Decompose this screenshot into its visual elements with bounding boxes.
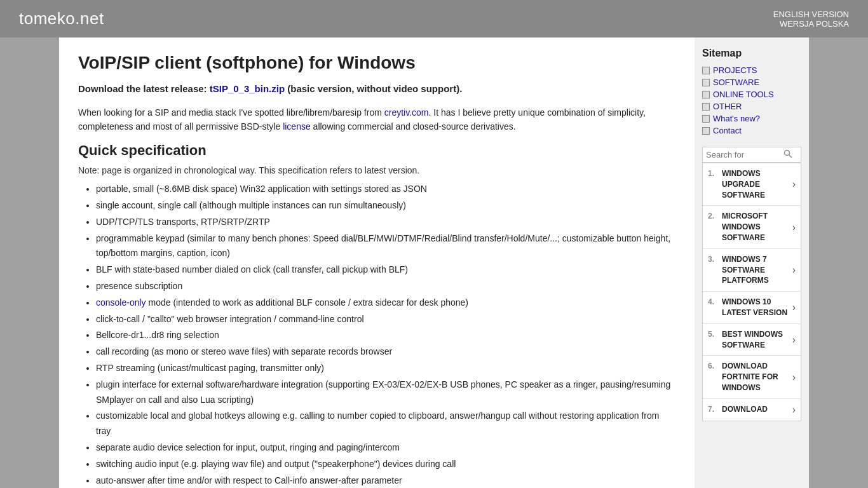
svg-point-0 (785, 151, 790, 156)
intro-text: When looking for a SIP and media stack I… (78, 105, 675, 134)
spec-list-item: separate audio device selection for inpu… (96, 440, 675, 456)
search-input[interactable] (706, 150, 782, 159)
sitemap-item-link[interactable]: What's new? (713, 114, 760, 123)
ad-item-number: 3. (708, 254, 719, 286)
spec-list-item: presence subscription (96, 279, 675, 294)
ad-item-text: MICROSOFT WINDOWS SOFTWARE (722, 211, 790, 243)
site-header: tomeko.net ENGLISH VERSION WERSJA POLSKA (0, 0, 868, 37)
sitemap-item-icon (702, 103, 710, 111)
ad-item-text: DOWNLOAD FORTNITE FOR WINDOWS (722, 361, 790, 393)
spec-note: Note: page is organized in chronological… (78, 165, 675, 175)
ad-item-arrow-icon: › (792, 297, 796, 318)
ad-item-number: 2. (708, 211, 719, 243)
intro-part1: When looking for a SIP and media stack I… (78, 107, 384, 118)
ad-item-number: 4. (708, 297, 719, 318)
ad-item-number: 7. (708, 404, 719, 416)
sitemap-item: SOFTWARE (702, 78, 801, 87)
sitemap-item-icon (702, 127, 710, 135)
sitemap-item-link[interactable]: Contact (713, 126, 742, 135)
ad-item-text: WINDOWS UPGRADE SOFTWARE (722, 168, 790, 200)
spec-list-item: portable, small (~8.6MB disk space) Win3… (96, 182, 675, 197)
sitemap-item-icon (702, 67, 710, 74)
svg-line-1 (789, 155, 792, 158)
spec-list-item: RTP streaming (unicast/multicast paging,… (96, 361, 675, 376)
ad-item-text: DOWNLOAD (722, 404, 790, 416)
download-suffix: (basic version, without video support). (285, 83, 462, 94)
sitemap-item-link[interactable]: SOFTWARE (713, 78, 759, 87)
spec-list-item: BLF with state-based number dialed on cl… (96, 262, 675, 278)
ad-result-item[interactable]: 7.DOWNLOAD› (703, 399, 801, 421)
sitemap-item-icon (702, 115, 710, 123)
ad-result-item[interactable]: 3.WINDOWS 7 SOFTWARE PLATFORMS› (703, 249, 801, 292)
sitemap-list: PROJECTSSOFTWAREONLINE TOOLSOTHERWhat's … (702, 65, 801, 135)
console-only-link[interactable]: console-only (96, 297, 146, 308)
download-link[interactable]: tSIP_0_3_bin.zip (210, 83, 285, 94)
spec-list-item: Bellcore-dr1...dr8 ring selection (96, 328, 675, 343)
spec-list-item: click-to-call / "callto" web browser int… (96, 312, 675, 327)
sitemap-item: Contact (702, 126, 801, 135)
ad-item-text: WINDOWS 10 LATEST VERSION (722, 297, 790, 318)
ad-item-arrow-icon: › (792, 329, 796, 351)
sitemap-item: OTHER (702, 102, 801, 111)
search-button[interactable] (783, 149, 792, 160)
ad-item-arrow-icon: › (792, 254, 796, 286)
spec-list-item: programmable keypad (similar to many ben… (96, 231, 675, 262)
spec-list-item: single account, single call (although mu… (96, 198, 675, 214)
spec-list-item: customizable local and global hotkeys al… (96, 409, 675, 439)
ad-item-arrow-icon: › (792, 361, 796, 393)
spec-list-item: auto-answer after time and/or with respe… (96, 473, 675, 488)
ad-result-item[interactable]: 5.BEST WINDOWS SOFTWARE› (703, 324, 801, 356)
search-box (702, 147, 801, 163)
sitemap-heading: Sitemap (702, 48, 801, 59)
ad-results: 1.WINDOWS UPGRADE SOFTWARE›2.MICROSOFT W… (702, 163, 801, 421)
license-link[interactable]: license (283, 121, 311, 132)
sitemap-item: ONLINE TOOLS (702, 90, 801, 99)
page-title: VoIP/SIP client (softphone) for Windows (78, 53, 675, 73)
ad-item-arrow-icon: › (792, 211, 796, 243)
spec-list-item: switching audio input (e.g. playing wav … (96, 457, 675, 472)
sitemap-item-link[interactable]: ONLINE TOOLS (713, 90, 774, 99)
sitemap-item-icon (702, 91, 710, 98)
search-widget: 1.WINDOWS UPGRADE SOFTWARE›2.MICROSOFT W… (702, 147, 801, 421)
creytiv-link[interactable]: creytiv.com (384, 107, 429, 118)
ad-item-number: 5. (708, 329, 719, 351)
download-line: Download the latest release: tSIP_0_3_bi… (78, 82, 675, 97)
lang-switcher: ENGLISH VERSION WERSJA POLSKA (773, 10, 849, 29)
sitemap-item: PROJECTS (702, 65, 801, 75)
sitemap-item-link[interactable]: OTHER (713, 102, 742, 111)
quick-spec-heading: Quick specification (78, 142, 675, 159)
sitemap-item-icon (702, 79, 710, 86)
spec-list-item: UDP/TCP/TLS transports, RTP/SRTP/ZRTP (96, 215, 675, 230)
ad-result-item[interactable]: 2.MICROSOFT WINDOWS SOFTWARE› (703, 206, 801, 248)
ad-result-item[interactable]: 1.WINDOWS UPGRADE SOFTWARE› (703, 163, 801, 206)
spec-list-item: console-only mode (intended to work as a… (96, 295, 675, 311)
ad-item-number: 1. (708, 168, 719, 200)
sitemap-item-link[interactable]: PROJECTS (713, 65, 757, 75)
ad-item-arrow-icon: › (792, 404, 796, 416)
main-content: VoIP/SIP client (softphone) for Windows … (59, 37, 695, 488)
ad-result-item[interactable]: 4.WINDOWS 10 LATEST VERSION› (703, 292, 801, 324)
intro-part3: allowing commercial and closed-source de… (311, 121, 516, 132)
page-layout: VoIP/SIP client (softphone) for Windows … (59, 37, 809, 488)
sitemap-item: What's new? (702, 114, 801, 123)
sidebar: Sitemap PROJECTSSOFTWAREONLINE TOOLSOTHE… (695, 37, 809, 488)
ad-result-item[interactable]: 6.DOWNLOAD FORTNITE FOR WINDOWS› (703, 356, 801, 398)
lang-english-link[interactable]: ENGLISH VERSION (773, 10, 849, 19)
spec-list-item: plugin interface for external software/h… (96, 377, 675, 408)
ad-item-text: BEST WINDOWS SOFTWARE (722, 329, 790, 351)
ad-item-number: 6. (708, 361, 719, 393)
download-prefix: Download the latest release: (78, 83, 210, 94)
ad-item-arrow-icon: › (792, 168, 796, 200)
site-title: tomeko.net (19, 9, 104, 29)
lang-polish-link[interactable]: WERSJA POLSKA (773, 19, 849, 29)
ad-item-text: WINDOWS 7 SOFTWARE PLATFORMS (722, 254, 790, 286)
search-icon (783, 149, 792, 158)
spec-list: portable, small (~8.6MB disk space) Win3… (78, 182, 675, 488)
spec-list-item: call recording (as mono or stereo wave f… (96, 344, 675, 360)
